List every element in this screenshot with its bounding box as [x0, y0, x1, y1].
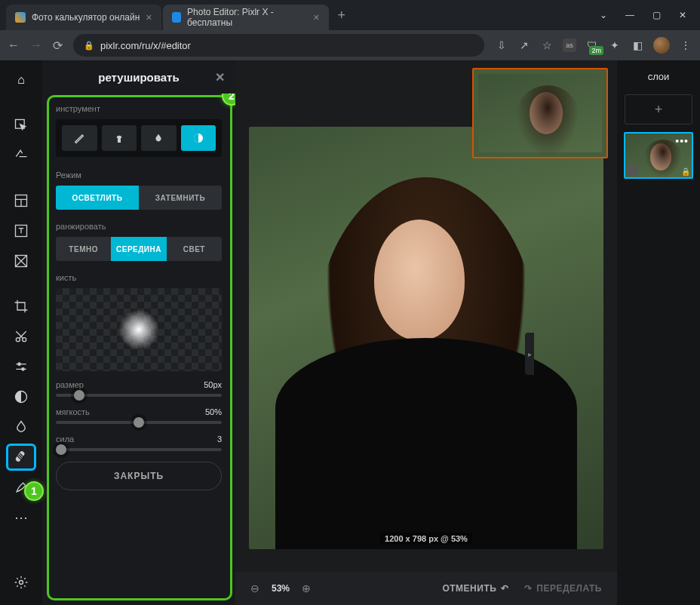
- softness-slider[interactable]: [56, 421, 222, 424]
- caret-down-icon[interactable]: ⌄: [600, 10, 607, 20]
- svg-point-10: [20, 581, 23, 585]
- brush-preview[interactable]: [56, 288, 222, 371]
- size-value: 50px: [204, 380, 222, 389]
- undo-button[interactable]: ОТМЕНИТЬ↶: [442, 583, 508, 594]
- range-mid[interactable]: СЕРЕДИНА: [111, 237, 166, 261]
- zoom-out-icon[interactable]: ⊖: [250, 582, 259, 594]
- menu-icon[interactable]: ⋮: [679, 38, 692, 52]
- browser-tab-2[interactable]: Photo Editor: Pixlr X - бесплатны ×: [163, 5, 329, 30]
- instrument-label: инструмент: [56, 104, 222, 113]
- navigator-preview[interactable]: [472, 68, 608, 158]
- tab-favicon: [15, 12, 26, 23]
- strength-slider[interactable]: [56, 448, 222, 451]
- redo-button[interactable]: ↷ПЕРЕДЕЛАТЬ: [524, 583, 602, 594]
- clone-tool-button[interactable]: [102, 125, 137, 151]
- size-label: размер: [56, 380, 84, 389]
- text-tool[interactable]: [6, 217, 36, 244]
- share-icon[interactable]: ↗: [517, 38, 531, 52]
- liquify-tool[interactable]: [6, 413, 36, 441]
- size-slider-group: размер50px: [56, 380, 222, 397]
- dodge-tool-button[interactable]: [181, 125, 216, 151]
- mode-darken[interactable]: ЗАТЕМНИТЬ: [139, 186, 222, 210]
- element-tool[interactable]: [6, 247, 36, 275]
- tab-favicon: [172, 12, 182, 23]
- ext-badge: 2m: [589, 46, 603, 55]
- layer-type-icon: [627, 165, 637, 176]
- back-icon[interactable]: ←: [8, 38, 20, 52]
- tab-label: Photo Editor: Pixlr X - бесплатны: [187, 7, 307, 28]
- range-light[interactable]: СВЕТ: [167, 237, 222, 261]
- minimize-icon[interactable]: —: [625, 10, 634, 20]
- profile-avatar[interactable]: [653, 37, 670, 54]
- adjust-tool[interactable]: [6, 353, 36, 380]
- sidepanel-icon[interactable]: ◧: [631, 38, 644, 52]
- canvas[interactable]: 1200 x 798 px @ 53%: [235, 60, 617, 572]
- extensions-icon[interactable]: ✦: [608, 38, 622, 52]
- size-slider[interactable]: [56, 394, 222, 397]
- panel-close-icon[interactable]: ✕: [215, 70, 225, 84]
- softness-value: 50%: [205, 407, 222, 416]
- arrange-tool[interactable]: [6, 112, 36, 139]
- url-field[interactable]: 🔒 pixlr.com/ru/x/#editor: [73, 34, 484, 57]
- close-window-icon[interactable]: ✕: [679, 10, 686, 20]
- settings-button[interactable]: [6, 569, 36, 596]
- cutout-tool[interactable]: [6, 323, 36, 350]
- maximize-icon[interactable]: ▢: [652, 10, 661, 20]
- softness-slider-group: мягкость50%: [56, 407, 222, 424]
- tab-label: Фото калькулятор онлайн: [32, 12, 140, 23]
- canvas-dimensions: 1200 x 798 px @ 53%: [380, 533, 472, 545]
- range-segment: ТЕМНО СЕРЕДИНА СВЕТ: [56, 237, 222, 261]
- url-text: pixlr.com/ru/x/#editor: [100, 40, 191, 51]
- reload-icon[interactable]: ⟳: [53, 38, 63, 53]
- mode-lighten[interactable]: ОСВЕТЛИТЬ: [56, 186, 139, 210]
- strength-label: сила: [56, 435, 74, 444]
- canvas-area: 1200 x 798 px @ 53% ⊖ 53% ⊕ ОТМЕНИТЬ↶ ↷П…: [235, 60, 617, 605]
- window-controls: ⌄ — ▢ ✕: [600, 10, 694, 20]
- instrument-picker: [56, 119, 222, 157]
- install-icon[interactable]: ⇩: [495, 38, 508, 52]
- filter-tool[interactable]: [6, 383, 36, 410]
- bookmark-icon[interactable]: ☆: [540, 38, 554, 52]
- zoom-level[interactable]: 53%: [272, 583, 290, 594]
- svg-point-7: [22, 368, 24, 370]
- callout-badge-1: 1: [24, 481, 44, 501]
- layer-menu-icon[interactable]: •••: [675, 135, 689, 147]
- pixlr-app: ⌂ ⋯ 1 ретушировать ✕ 2 инструмент: [0, 60, 700, 605]
- more-tool[interactable]: ⋯: [6, 504, 36, 531]
- bottom-bar: ⊖ 53% ⊕ ОТМЕНИТЬ↶ ↷ПЕРЕДЕЛАТЬ: [235, 572, 617, 605]
- panel-close-button[interactable]: ЗАКРЫТЬ: [56, 462, 222, 490]
- tab-close-icon[interactable]: ×: [146, 11, 152, 23]
- mode-label: Режим: [56, 170, 222, 180]
- layout-tool[interactable]: [6, 187, 36, 214]
- new-tab-button[interactable]: +: [330, 8, 354, 23]
- collapse-layers-icon[interactable]: ▸: [525, 333, 534, 375]
- callout-badge-2: 2: [222, 94, 235, 106]
- retouch-tool[interactable]: [6, 444, 36, 471]
- strength-slider-group: сила3: [56, 435, 222, 451]
- extension-icon[interactable]: as: [563, 38, 576, 52]
- svg-point-6: [18, 363, 20, 365]
- layer-thumbnail[interactable]: ••• 🔒: [624, 132, 693, 179]
- crop-tool[interactable]: [6, 293, 36, 320]
- left-toolbar: ⌂ ⋯ 1: [0, 60, 42, 605]
- retouch-panel: ретушировать ✕ 2 инструмент Режим ОСВЕТЛ…: [42, 60, 235, 605]
- range-dark[interactable]: ТЕМНО: [56, 237, 111, 261]
- strength-value: 3: [217, 435, 222, 444]
- photo-canvas[interactable]: 1200 x 798 px @ 53%: [249, 127, 603, 549]
- tab-close-icon[interactable]: ×: [313, 11, 319, 23]
- zoom-in-icon[interactable]: ⊕: [302, 582, 311, 594]
- forward-icon[interactable]: →: [30, 38, 42, 52]
- home-button[interactable]: ⌂: [6, 66, 36, 94]
- add-layer-button[interactable]: +: [625, 94, 692, 124]
- svg-rect-11: [118, 138, 121, 143]
- layers-panel: слои + ••• 🔒: [617, 60, 700, 605]
- lock-icon[interactable]: 🔒: [681, 167, 690, 176]
- browser-tab-1[interactable]: Фото калькулятор онлайн ×: [6, 5, 161, 30]
- extension-icon-2[interactable]: 🛡2m: [585, 38, 599, 52]
- blur-tool-button[interactable]: [141, 125, 177, 151]
- redo-icon: ↷: [524, 583, 533, 594]
- ai-tool[interactable]: [6, 142, 36, 169]
- heal-tool-button[interactable]: [62, 125, 97, 151]
- softness-label: мягкость: [56, 407, 90, 416]
- mode-segment: ОСВЕТЛИТЬ ЗАТЕМНИТЬ: [56, 186, 222, 210]
